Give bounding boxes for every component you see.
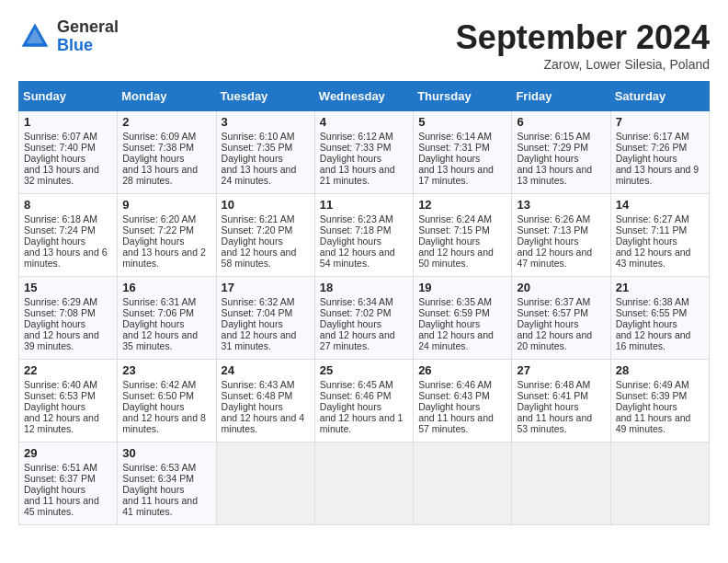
table-row: 5Sunrise: 6:14 AMSunset: 7:31 PMDaylight… bbox=[414, 111, 512, 194]
sunset: Sunset: 7:40 PM bbox=[24, 142, 96, 153]
col-tuesday: Tuesday bbox=[216, 82, 314, 111]
calendar-header-row: Sunday Monday Tuesday Wednesday Thursday… bbox=[19, 82, 710, 111]
day-number: 5 bbox=[418, 115, 506, 129]
sunrise: Sunrise: 6:24 AM bbox=[418, 213, 492, 224]
day-number: 3 bbox=[222, 115, 310, 129]
sunrise: Sunrise: 6:17 AM bbox=[616, 131, 689, 142]
daylight-label: Daylight hours bbox=[320, 401, 381, 412]
sunset: Sunset: 7:35 PM bbox=[222, 142, 293, 153]
day-number: 1 bbox=[24, 115, 112, 129]
sunset: Sunset: 7:06 PM bbox=[122, 307, 194, 318]
day-number: 30 bbox=[122, 446, 210, 460]
table-row bbox=[512, 442, 610, 525]
table-row: 11Sunrise: 6:23 AMSunset: 7:18 PMDayligh… bbox=[314, 194, 413, 277]
sunrise: Sunrise: 6:37 AM bbox=[517, 296, 590, 307]
col-friday: Friday bbox=[512, 82, 610, 111]
table-row: 10Sunrise: 6:21 AMSunset: 7:20 PMDayligh… bbox=[216, 194, 314, 277]
daylight-value: and 11 hours and 57 minutes. bbox=[418, 412, 494, 434]
daylight-value: and 13 hours and 17 minutes. bbox=[418, 164, 494, 186]
daylight-label: Daylight hours bbox=[616, 236, 677, 247]
daylight-label: Daylight hours bbox=[517, 153, 578, 164]
day-number: 26 bbox=[418, 363, 506, 377]
daylight-value: and 12 hours and 16 minutes. bbox=[616, 329, 691, 351]
sunrise: Sunrise: 6:46 AM bbox=[418, 379, 492, 390]
sunrise: Sunrise: 6:51 AM bbox=[24, 462, 97, 473]
table-row: 15Sunrise: 6:29 AMSunset: 7:08 PMDayligh… bbox=[19, 277, 118, 360]
col-wednesday: Wednesday bbox=[314, 82, 413, 111]
daylight-value: and 11 hours and 49 minutes. bbox=[616, 412, 691, 434]
sunset: Sunset: 7:29 PM bbox=[517, 142, 588, 153]
sunrise: Sunrise: 6:53 AM bbox=[122, 462, 196, 473]
daylight-label: Daylight hours bbox=[418, 153, 480, 164]
sunset: Sunset: 6:46 PM bbox=[320, 390, 392, 401]
page-header: General Blue September 2024 Zarow, Lower… bbox=[18, 18, 710, 72]
day-number: 10 bbox=[222, 198, 310, 212]
sunrise: Sunrise: 6:21 AM bbox=[222, 213, 295, 224]
day-number: 27 bbox=[517, 363, 605, 377]
daylight-label: Daylight hours bbox=[24, 318, 85, 329]
daylight-value: and 12 hours and 8 minutes. bbox=[122, 412, 206, 434]
logo-icon bbox=[18, 20, 51, 53]
daylight-label: Daylight hours bbox=[122, 401, 184, 412]
daylight-label: Daylight hours bbox=[24, 484, 85, 495]
day-number: 8 bbox=[24, 198, 112, 212]
sunrise: Sunrise: 6:26 AM bbox=[517, 213, 590, 224]
daylight-label: Daylight hours bbox=[24, 236, 85, 247]
day-number: 15 bbox=[24, 281, 112, 294]
daylight-value: and 12 hours and 12 minutes. bbox=[24, 412, 99, 434]
day-number: 6 bbox=[517, 115, 605, 129]
table-row bbox=[216, 442, 314, 525]
daylight-label: Daylight hours bbox=[24, 401, 85, 412]
daylight-value: and 12 hours and 24 minutes. bbox=[418, 329, 494, 351]
daylight-label: Daylight hours bbox=[122, 236, 184, 247]
day-number: 28 bbox=[616, 363, 704, 377]
sunset: Sunset: 6:57 PM bbox=[517, 307, 588, 318]
sunset: Sunset: 6:43 PM bbox=[418, 390, 490, 401]
daylight-label: Daylight hours bbox=[517, 236, 578, 247]
daylight-label: Daylight hours bbox=[122, 318, 184, 329]
calendar-week-row: 1Sunrise: 6:07 AMSunset: 7:40 PMDaylight… bbox=[19, 111, 710, 194]
col-saturday: Saturday bbox=[610, 82, 709, 111]
day-number: 14 bbox=[616, 198, 704, 212]
table-row bbox=[610, 442, 709, 525]
daylight-value: and 13 hours and 24 minutes. bbox=[222, 164, 297, 186]
sunrise: Sunrise: 6:29 AM bbox=[24, 296, 97, 307]
table-row: 9Sunrise: 6:20 AMSunset: 7:22 PMDaylight… bbox=[118, 194, 216, 277]
daylight-value: and 13 hours and 13 minutes. bbox=[517, 164, 592, 186]
daylight-label: Daylight hours bbox=[222, 401, 283, 412]
sunrise: Sunrise: 6:18 AM bbox=[24, 213, 97, 224]
day-number: 17 bbox=[222, 281, 310, 294]
sunset: Sunset: 7:33 PM bbox=[320, 142, 392, 153]
sunset: Sunset: 7:18 PM bbox=[320, 224, 392, 236]
sunset: Sunset: 7:26 PM bbox=[616, 142, 688, 153]
daylight-label: Daylight hours bbox=[122, 484, 184, 495]
sunrise: Sunrise: 6:42 AM bbox=[122, 379, 196, 390]
sunset: Sunset: 6:59 PM bbox=[418, 307, 490, 318]
table-row: 12Sunrise: 6:24 AMSunset: 7:15 PMDayligh… bbox=[414, 194, 512, 277]
daylight-label: Daylight hours bbox=[222, 318, 283, 329]
table-row: 7Sunrise: 6:17 AMSunset: 7:26 PMDaylight… bbox=[610, 111, 709, 194]
daylight-value: and 13 hours and 2 minutes. bbox=[122, 247, 206, 269]
day-number: 13 bbox=[517, 198, 605, 212]
sunset: Sunset: 7:20 PM bbox=[222, 224, 293, 236]
table-row: 21Sunrise: 6:38 AMSunset: 6:55 PMDayligh… bbox=[610, 277, 709, 360]
daylight-label: Daylight hours bbox=[616, 153, 677, 164]
day-number: 16 bbox=[122, 281, 210, 294]
daylight-value: and 12 hours and 58 minutes. bbox=[222, 247, 297, 269]
table-row: 20Sunrise: 6:37 AMSunset: 6:57 PMDayligh… bbox=[512, 277, 610, 360]
logo-text: General Blue bbox=[57, 18, 119, 55]
daylight-value: and 12 hours and 39 minutes. bbox=[24, 329, 99, 351]
day-number: 7 bbox=[616, 115, 704, 129]
sunrise: Sunrise: 6:49 AM bbox=[616, 379, 689, 390]
daylight-value: and 13 hours and 28 minutes. bbox=[122, 164, 198, 186]
day-number: 25 bbox=[320, 363, 408, 377]
sunrise: Sunrise: 6:12 AM bbox=[320, 131, 393, 142]
table-row: 27Sunrise: 6:48 AMSunset: 6:41 PMDayligh… bbox=[512, 360, 610, 442]
table-row: 3Sunrise: 6:10 AMSunset: 7:35 PMDaylight… bbox=[216, 111, 314, 194]
table-row bbox=[414, 442, 512, 525]
daylight-label: Daylight hours bbox=[122, 153, 184, 164]
table-row: 16Sunrise: 6:31 AMSunset: 7:06 PMDayligh… bbox=[118, 277, 216, 360]
day-number: 20 bbox=[517, 281, 605, 294]
logo-general: General bbox=[57, 17, 119, 36]
sunset: Sunset: 6:55 PM bbox=[616, 307, 688, 318]
